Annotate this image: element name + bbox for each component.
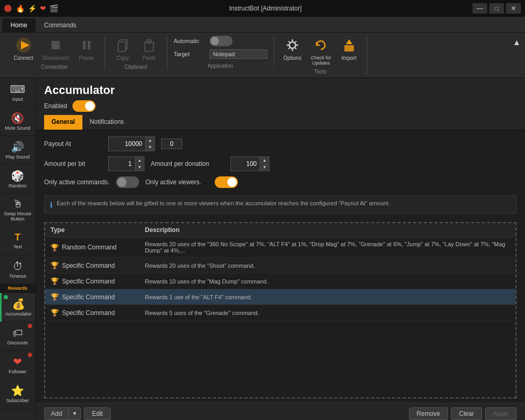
general-content: Payout At ▲ ▼ Amount per bit ▲ <box>36 130 525 222</box>
automatic-toggle[interactable] <box>209 36 233 46</box>
table-row[interactable]: 🏆 Specific Command Rewards 20 uses of th… <box>45 258 516 274</box>
paste-button[interactable]: Paste <box>138 36 161 62</box>
payout-at-spinners: ▲ ▼ <box>145 137 154 151</box>
toolbar-group-connection: Connect Disconnect Pause <box>4 36 105 70</box>
svg-line-16 <box>295 41 297 43</box>
table-row[interactable]: 🏆 Random Command Rewards 20 uses of the … <box>45 237 516 258</box>
sidebar-item-discounts[interactable]: 🏷 Discounts <box>0 322 35 351</box>
bolt-icon: ⚡ <box>28 4 37 13</box>
discounts-icon: 🏷 <box>13 327 23 339</box>
add-dropdown-button[interactable]: ▼ <box>68 408 80 419</box>
sidebar-item-follower[interactable]: ❤ Follower <box>0 351 35 380</box>
text-label: Text <box>13 244 22 249</box>
col-description-header: Description <box>145 226 510 234</box>
only-active-commands-toggle[interactable] <box>116 176 139 188</box>
info-box: ℹ Each of the rewards below will be gift… <box>44 195 517 214</box>
sidebar-item-text[interactable]: T Text <box>0 226 35 255</box>
minimize-button[interactable]: — <box>472 3 487 14</box>
svg-point-9 <box>289 42 296 48</box>
payout-at-input-wrapper: ▲ ▼ <box>108 136 155 151</box>
connection-group-label: Connection <box>41 64 68 70</box>
menubar: Home Commands <box>0 17 525 33</box>
page-title: Accumulator <box>44 83 517 97</box>
sidebar-item-mute-sound[interactable]: 🔇 Mute Sound <box>0 107 35 136</box>
amount-per-bit-up[interactable]: ▲ <box>135 157 144 164</box>
amount-per-donation-wrapper: ▲ ▼ <box>230 156 269 171</box>
target-select[interactable]: Notepad Wordpad Chrome <box>209 49 267 59</box>
application-group-label: Application <box>174 63 267 69</box>
payout-at-down[interactable]: ▼ <box>146 144 154 151</box>
amount-per-donation-down[interactable]: ▼ <box>260 164 269 171</box>
toolbar-group-tools: Options Check forUpdates <box>274 36 368 75</box>
amount-per-bit-spinners: ▲ ▼ <box>135 157 144 171</box>
timeout-icon: ⏱ <box>13 260 23 272</box>
titlebar: 🔥 ⚡ ❤ 🎬 InstructBot [Administrator] — □ … <box>0 0 525 17</box>
pause-button[interactable]: Pause <box>75 36 98 62</box>
edit-button[interactable]: Edit <box>84 407 111 420</box>
amount-per-bit-down[interactable]: ▼ <box>135 164 144 171</box>
tab-general[interactable]: General <box>44 115 82 130</box>
sidebar-item-subscriber[interactable]: ⭐ Subscriber <box>0 380 35 408</box>
play-sound-label: Play Sound <box>5 154 29 160</box>
tab-home[interactable]: Home <box>2 18 36 32</box>
svg-rect-3 <box>83 41 86 49</box>
remove-button[interactable]: Remove <box>409 407 448 420</box>
clear-button[interactable]: Clear <box>451 407 482 420</box>
paste-icon <box>141 37 158 54</box>
subscriber-label: Subscriber <box>6 398 29 403</box>
payout-at-input[interactable] <box>109 137 145 151</box>
import-button[interactable]: Import <box>338 36 361 67</box>
import-label: Import <box>342 55 356 61</box>
sidebar-item-input[interactable]: ⌨ Input <box>0 78 35 107</box>
connect-icon <box>15 37 32 54</box>
svg-rect-6 <box>118 42 125 51</box>
accumulator-icon: 💰 <box>12 298 25 310</box>
sidebar-item-random[interactable]: 🎲 Random <box>0 165 35 194</box>
collapse-button[interactable]: ▲ <box>512 38 521 47</box>
maximize-button[interactable]: □ <box>489 3 504 14</box>
copy-button[interactable]: Copy <box>111 36 134 62</box>
mute-sound-label: Mute Sound <box>5 125 30 131</box>
sidebar-item-timeout[interactable]: ⏱ Timeout <box>0 255 35 284</box>
amount-per-bit-input[interactable] <box>109 157 135 171</box>
tab-commands[interactable]: Commands <box>36 18 85 32</box>
check-updates-label: Check forUpdates <box>311 55 331 66</box>
sidebar-item-play-sound[interactable]: 🔊 Play Sound <box>0 136 35 165</box>
svg-line-17 <box>288 48 290 49</box>
table-row[interactable]: 🏆 Specific Command Rewards 10 uses of th… <box>45 274 516 289</box>
check-updates-button[interactable]: Check forUpdates <box>308 36 334 67</box>
apply-button[interactable]: Apply <box>485 407 517 420</box>
active-toggles-row: Only active commands. Only active viewer… <box>44 176 517 188</box>
close-button[interactable]: ✕ <box>506 3 521 14</box>
follower-label: Follower <box>8 369 26 374</box>
amount-per-donation-up[interactable]: ▲ <box>260 157 269 164</box>
app-logo-icon <box>4 5 12 12</box>
table-row[interactable]: 🏆 Specific Command Rewards 1 use of the … <box>45 289 516 305</box>
copy-label: Copy <box>117 55 129 61</box>
film-icon: 🎬 <box>49 4 58 13</box>
connect-button[interactable]: Connect <box>10 36 36 62</box>
info-icon: ℹ <box>50 201 52 209</box>
disconnect-label: Disconnect <box>43 55 68 61</box>
enabled-toggle-knob <box>85 101 94 111</box>
discounts-label: Discounts <box>7 340 28 345</box>
sidebar-item-accumulator[interactable]: 💰 Accumulator <box>0 293 35 322</box>
amount-per-donation-input[interactable] <box>231 157 260 171</box>
only-active-commands-knob <box>117 177 127 187</box>
random-icon: 🎲 <box>11 170 24 182</box>
content-area: Accumulator Enabled General Notification… <box>36 78 525 420</box>
add-button[interactable]: Add <box>45 408 68 419</box>
options-button[interactable]: Options <box>280 36 304 67</box>
clipboard-buttons: Copy Paste <box>111 36 161 62</box>
toolbar-group-application: Automatic Target Notepad Wordpad Chrome … <box>167 36 274 69</box>
sidebar-item-swap-mouse[interactable]: 🖱 Swap Mouse Button <box>0 194 35 226</box>
rewards-section-label: Rewards <box>0 284 35 293</box>
tab-notifications[interactable]: Notifications <box>82 115 131 130</box>
table-row[interactable]: 🏆 Specific Command Rewards 5 uses of the… <box>45 305 516 321</box>
payout-at-extra[interactable] <box>161 139 182 149</box>
payout-at-up[interactable]: ▲ <box>146 137 154 144</box>
enabled-toggle[interactable] <box>72 100 96 112</box>
only-active-viewers-toggle[interactable] <box>215 176 238 188</box>
automatic-label: Automatic <box>174 38 205 44</box>
disconnect-button[interactable]: Disconnect <box>39 36 71 62</box>
